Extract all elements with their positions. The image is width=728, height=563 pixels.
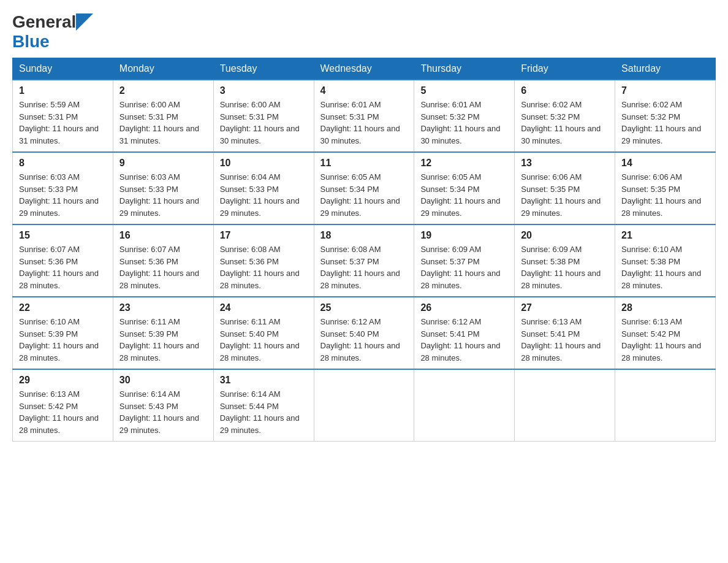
day-info: Sunrise: 6:01 AM Sunset: 5:31 PM Dayligh… [320,99,408,147]
weekday-header-thursday: Thursday [414,58,515,80]
calendar-cell: 3 Sunrise: 6:00 AM Sunset: 5:31 PM Dayli… [213,80,314,152]
day-info: Sunrise: 6:03 AM Sunset: 5:33 PM Dayligh… [119,171,207,219]
day-info: Sunrise: 6:14 AM Sunset: 5:44 PM Dayligh… [220,388,308,436]
calendar-cell: 19 Sunrise: 6:09 AM Sunset: 5:37 PM Dayl… [414,224,515,297]
day-number: 26 [420,302,508,313]
calendar-week-3: 15 Sunrise: 6:07 AM Sunset: 5:36 PM Dayl… [13,224,716,297]
calendar-cell: 22 Sunrise: 6:10 AM Sunset: 5:39 PM Dayl… [13,297,113,369]
day-info: Sunrise: 6:07 AM Sunset: 5:36 PM Dayligh… [19,243,107,291]
day-number: 11 [320,158,408,169]
day-info: Sunrise: 6:06 AM Sunset: 5:35 PM Dayligh… [521,171,609,219]
calendar-cell: 26 Sunrise: 6:12 AM Sunset: 5:41 PM Dayl… [414,297,515,369]
calendar-cell: 14 Sunrise: 6:06 AM Sunset: 5:35 PM Dayl… [615,152,716,224]
day-info: Sunrise: 6:05 AM Sunset: 5:34 PM Dayligh… [420,171,508,219]
calendar-cell: 7 Sunrise: 6:02 AM Sunset: 5:32 PM Dayli… [615,80,716,152]
calendar-cell: 24 Sunrise: 6:11 AM Sunset: 5:40 PM Dayl… [213,297,314,369]
calendar-cell: 13 Sunrise: 6:06 AM Sunset: 5:35 PM Dayl… [515,152,615,224]
day-info: Sunrise: 6:14 AM Sunset: 5:43 PM Dayligh… [119,388,207,436]
calendar-table: SundayMondayTuesdayWednesdayThursdayFrid… [12,58,716,442]
day-info: Sunrise: 6:13 AM Sunset: 5:42 PM Dayligh… [621,316,709,364]
calendar-cell: 27 Sunrise: 6:13 AM Sunset: 5:41 PM Dayl… [515,297,615,369]
day-info: Sunrise: 6:09 AM Sunset: 5:37 PM Dayligh… [420,243,508,291]
calendar-cell: 31 Sunrise: 6:14 AM Sunset: 5:44 PM Dayl… [213,369,314,442]
day-number: 1 [19,85,107,96]
calendar-cell: 15 Sunrise: 6:07 AM Sunset: 5:36 PM Dayl… [13,224,113,297]
calendar-cell: 6 Sunrise: 6:02 AM Sunset: 5:32 PM Dayli… [515,80,615,152]
day-number: 16 [119,230,207,241]
day-info: Sunrise: 6:12 AM Sunset: 5:41 PM Dayligh… [420,316,508,364]
calendar-cell: 21 Sunrise: 6:10 AM Sunset: 5:38 PM Dayl… [615,224,716,297]
calendar-cell: 30 Sunrise: 6:14 AM Sunset: 5:43 PM Dayl… [113,369,213,442]
day-number: 5 [420,85,508,96]
day-info: Sunrise: 6:04 AM Sunset: 5:33 PM Dayligh… [220,171,308,219]
day-number: 12 [420,158,508,169]
calendar-cell [615,369,716,442]
calendar-cell: 28 Sunrise: 6:13 AM Sunset: 5:42 PM Dayl… [615,297,716,369]
day-number: 7 [621,85,709,96]
day-number: 24 [220,302,308,313]
day-number: 22 [19,302,107,313]
day-number: 2 [119,85,207,96]
calendar-cell: 1 Sunrise: 5:59 AM Sunset: 5:31 PM Dayli… [13,80,113,152]
day-number: 31 [220,375,308,386]
day-info: Sunrise: 6:13 AM Sunset: 5:42 PM Dayligh… [19,388,107,436]
calendar-cell: 16 Sunrise: 6:07 AM Sunset: 5:36 PM Dayl… [113,224,213,297]
logo-blue-part [76,13,94,31]
day-info: Sunrise: 6:06 AM Sunset: 5:35 PM Dayligh… [621,171,709,219]
day-number: 6 [521,85,609,96]
day-info: Sunrise: 6:10 AM Sunset: 5:38 PM Dayligh… [621,243,709,291]
day-info: Sunrise: 6:00 AM Sunset: 5:31 PM Dayligh… [119,99,207,147]
day-number: 15 [19,230,107,241]
calendar-week-2: 8 Sunrise: 6:03 AM Sunset: 5:33 PM Dayli… [13,152,716,224]
day-number: 28 [621,302,709,313]
day-info: Sunrise: 6:08 AM Sunset: 5:37 PM Dayligh… [320,243,408,291]
day-number: 4 [320,85,408,96]
page-header: General Blue [12,12,716,52]
calendar-cell [414,369,515,442]
calendar-cell: 10 Sunrise: 6:04 AM Sunset: 5:33 PM Dayl… [213,152,314,224]
day-number: 27 [521,302,609,313]
day-number: 18 [320,230,408,241]
day-number: 25 [320,302,408,313]
calendar-week-4: 22 Sunrise: 6:10 AM Sunset: 5:39 PM Dayl… [13,297,716,369]
calendar-cell: 2 Sunrise: 6:00 AM Sunset: 5:31 PM Dayli… [113,80,213,152]
logo-triangle-icon [76,13,93,31]
day-number: 21 [621,230,709,241]
day-info: Sunrise: 6:00 AM Sunset: 5:31 PM Dayligh… [220,99,308,147]
calendar-week-1: 1 Sunrise: 5:59 AM Sunset: 5:31 PM Dayli… [13,80,716,152]
calendar-cell: 17 Sunrise: 6:08 AM Sunset: 5:36 PM Dayl… [213,224,314,297]
calendar-cell: 9 Sunrise: 6:03 AM Sunset: 5:33 PM Dayli… [113,152,213,224]
day-info: Sunrise: 6:03 AM Sunset: 5:33 PM Dayligh… [19,171,107,219]
day-number: 3 [220,85,308,96]
weekday-header-friday: Friday [515,58,615,80]
day-number: 23 [119,302,207,313]
calendar-cell [515,369,615,442]
calendar-cell: 5 Sunrise: 6:01 AM Sunset: 5:32 PM Dayli… [414,80,515,152]
calendar-header-row: SundayMondayTuesdayWednesdayThursdayFrid… [13,58,716,80]
day-info: Sunrise: 6:11 AM Sunset: 5:39 PM Dayligh… [119,316,207,364]
logo-blue-text: Blue [12,32,50,52]
calendar-cell: 23 Sunrise: 6:11 AM Sunset: 5:39 PM Dayl… [113,297,213,369]
day-number: 17 [220,230,308,241]
day-number: 20 [521,230,609,241]
day-info: Sunrise: 6:12 AM Sunset: 5:40 PM Dayligh… [320,316,408,364]
day-info: Sunrise: 6:02 AM Sunset: 5:32 PM Dayligh… [621,99,709,147]
weekday-header-sunday: Sunday [13,58,113,80]
day-info: Sunrise: 6:01 AM Sunset: 5:32 PM Dayligh… [420,99,508,147]
day-info: Sunrise: 6:08 AM Sunset: 5:36 PM Dayligh… [220,243,308,291]
day-number: 8 [19,158,107,169]
day-number: 19 [420,230,508,241]
calendar-cell: 18 Sunrise: 6:08 AM Sunset: 5:37 PM Dayl… [314,224,414,297]
day-info: Sunrise: 6:05 AM Sunset: 5:34 PM Dayligh… [320,171,408,219]
day-info: Sunrise: 6:09 AM Sunset: 5:38 PM Dayligh… [521,243,609,291]
day-info: Sunrise: 6:02 AM Sunset: 5:32 PM Dayligh… [521,99,609,147]
day-number: 9 [119,158,207,169]
weekday-header-tuesday: Tuesday [213,58,314,80]
logo-general-text: General [12,12,76,32]
weekday-header-wednesday: Wednesday [314,58,414,80]
day-number: 13 [521,158,609,169]
calendar-cell: 25 Sunrise: 6:12 AM Sunset: 5:40 PM Dayl… [314,297,414,369]
day-info: Sunrise: 6:11 AM Sunset: 5:40 PM Dayligh… [220,316,308,364]
day-info: Sunrise: 6:07 AM Sunset: 5:36 PM Dayligh… [119,243,207,291]
weekday-header-monday: Monday [113,58,213,80]
